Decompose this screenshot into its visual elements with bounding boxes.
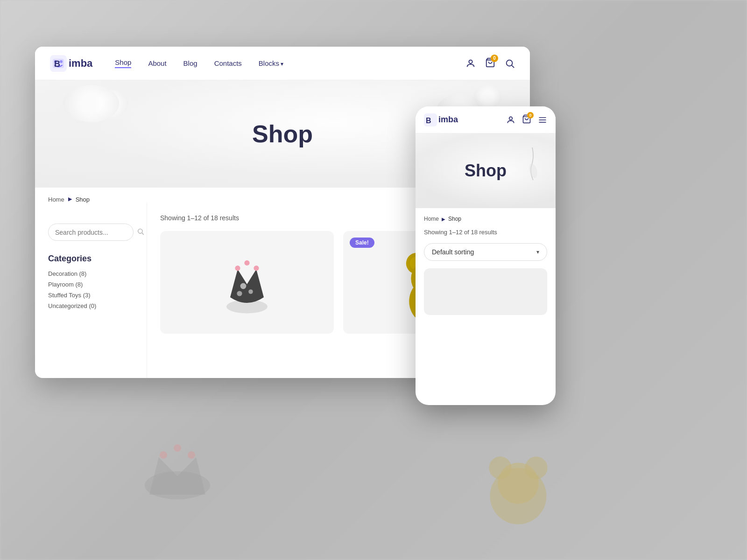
search-box[interactable] xyxy=(48,224,134,241)
header-actions: 0 xyxy=(465,57,515,70)
svg-point-7 xyxy=(498,463,539,504)
svg-point-38 xyxy=(509,117,513,120)
mobile-product-placeholder xyxy=(424,268,547,315)
nav-contacts[interactable]: Contacts xyxy=(214,59,242,67)
mobile-breadcrumb-sep: ▶ xyxy=(442,217,445,222)
nav-blog[interactable]: Blog xyxy=(183,59,197,67)
mobile-cart-button[interactable]: 0 xyxy=(522,114,531,126)
product-image-crown xyxy=(219,247,275,317)
svg-point-43 xyxy=(528,162,539,179)
svg-point-15 xyxy=(507,60,513,66)
mobile-results: Showing 1–12 of 18 results xyxy=(424,229,547,236)
cart-button[interactable]: 0 xyxy=(485,57,495,70)
svg-line-16 xyxy=(512,65,514,68)
mobile-breadcrumb: Home ▶ Shop xyxy=(424,216,547,222)
sale-badge: Sale! xyxy=(350,238,374,248)
mobile-menu-icon[interactable] xyxy=(538,115,547,125)
svg-point-23 xyxy=(235,266,240,271)
mobile-hero: Shop xyxy=(416,133,556,208)
mobile-window: B imba 0 xyxy=(416,106,556,405)
bg-toy-bear xyxy=(467,429,570,532)
mobile-logo-icon: B xyxy=(424,113,437,126)
logo[interactable]: B imba xyxy=(50,55,92,72)
svg-text:B: B xyxy=(426,117,431,125)
category-uncategorized[interactable]: Uncategorized (0) xyxy=(48,302,134,309)
mobile-logo-text: imba xyxy=(438,115,458,125)
svg-point-24 xyxy=(244,260,249,266)
mobile-sort-dropdown[interactable]: Default sorting ▾ xyxy=(424,243,547,261)
svg-point-2 xyxy=(174,444,181,452)
product-card-crown[interactable] xyxy=(160,231,334,334)
cart-badge: 0 xyxy=(491,55,498,62)
mobile-user-icon[interactable] xyxy=(506,115,515,125)
svg-point-17 xyxy=(138,229,142,233)
mobile-sort-label: Default sorting xyxy=(432,248,474,256)
svg-point-3 xyxy=(188,451,195,459)
categories-title: Categories xyxy=(48,254,134,264)
search-icon[interactable] xyxy=(505,58,515,69)
categories-section: Categories Decoration (8) Playroom (8) S… xyxy=(48,254,134,309)
nav-shop[interactable]: Shop xyxy=(115,58,131,68)
nav-blocks[interactable]: Blocks xyxy=(259,59,284,67)
logo-text: imba xyxy=(69,57,92,70)
nav-about[interactable]: About xyxy=(148,59,166,67)
bg-toy-crown xyxy=(131,420,224,513)
category-stuffed-toys[interactable]: Stuffed Toys (3) xyxy=(48,292,134,299)
desktop-header: B imba Shop About Blog Contacts Blocks xyxy=(35,47,530,80)
breadcrumb-separator: ▶ xyxy=(68,196,72,203)
mobile-sort-arrow-icon: ▾ xyxy=(536,249,539,255)
breadcrumb-home[interactable]: Home xyxy=(48,196,64,203)
mobile-header-actions: 0 xyxy=(506,114,547,126)
cotton-decor-4 xyxy=(474,85,502,108)
svg-point-13 xyxy=(469,60,472,63)
logo-icon: B xyxy=(50,55,67,72)
mobile-cart-badge: 0 xyxy=(527,112,534,119)
hero-title: Shop xyxy=(252,120,313,148)
search-submit-icon[interactable] xyxy=(137,228,144,237)
mobile-logo[interactable]: B imba xyxy=(424,113,506,126)
svg-point-22 xyxy=(237,291,242,296)
mobile-hero-title: Shop xyxy=(465,161,507,181)
user-icon[interactable] xyxy=(465,58,476,69)
cotton-decor-2 xyxy=(63,85,119,122)
sidebar: Categories Decoration (8) Playroom (8) S… xyxy=(35,203,147,378)
mobile-breadcrumb-home[interactable]: Home xyxy=(424,216,439,222)
svg-point-1 xyxy=(160,451,167,459)
svg-point-21 xyxy=(248,289,253,294)
category-playroom[interactable]: Playroom (8) xyxy=(48,281,134,288)
svg-point-20 xyxy=(240,283,247,289)
svg-text:B: B xyxy=(54,59,60,69)
category-decoration[interactable]: Decoration (8) xyxy=(48,270,134,277)
mobile-content: Home ▶ Shop Showing 1–12 of 18 results D… xyxy=(416,208,556,322)
mobile-header: B imba 0 xyxy=(416,106,556,133)
search-input[interactable] xyxy=(55,229,137,236)
desktop-nav: Shop About Blog Contacts Blocks xyxy=(115,58,465,68)
mobile-breadcrumb-current: Shop xyxy=(448,216,461,222)
svg-line-18 xyxy=(142,233,144,235)
mobile-hero-decor xyxy=(523,147,542,185)
breadcrumb-current: Shop xyxy=(76,196,90,203)
svg-point-25 xyxy=(254,266,259,271)
